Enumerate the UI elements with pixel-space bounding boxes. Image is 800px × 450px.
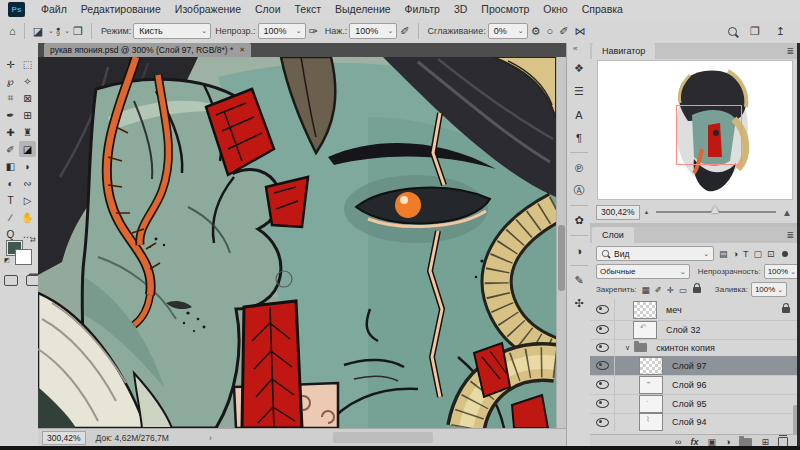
tool-line[interactable]: ∕ xyxy=(2,209,19,225)
lock-all-icon[interactable] xyxy=(693,287,701,293)
background-color-swatch[interactable] xyxy=(15,249,32,265)
visibility-cell[interactable] xyxy=(590,356,615,375)
eye-icon[interactable] xyxy=(596,343,609,352)
lock-transparency-icon[interactable]: ▦ xyxy=(642,285,650,295)
menu-filter[interactable]: Фильтр xyxy=(398,0,447,19)
navigator-preview[interactable] xyxy=(598,61,792,199)
layer-row-95[interactable]: · Слой 95 xyxy=(590,394,800,414)
expand-dock-icon[interactable]: « xyxy=(573,44,577,53)
clone-source-panel-icon[interactable]: ✣ xyxy=(567,292,591,315)
tool-path-selection[interactable]: ▷ xyxy=(19,192,36,208)
eye-icon[interactable] xyxy=(596,325,609,334)
close-tab-icon[interactable]: ✕ xyxy=(239,46,245,54)
visibility-cell[interactable] xyxy=(590,339,615,356)
visibility-cell[interactable] xyxy=(590,375,615,394)
brush-settings-panel-icon[interactable]: ✎ xyxy=(567,269,591,292)
status-chevron-icon[interactable]: › xyxy=(209,433,212,443)
default-colors-icon[interactable]: ◩ xyxy=(4,256,10,263)
tool-lasso[interactable]: ℘ xyxy=(2,73,19,89)
smoothing-options-gear-icon[interactable]: ⚙ xyxy=(528,25,544,38)
adjustments-panel-icon[interactable]: ◑ xyxy=(567,239,591,262)
navigator-tab[interactable]: Навигатор xyxy=(592,43,655,59)
menu-image[interactable]: Изображение xyxy=(168,0,248,19)
tool-move[interactable]: ✛ xyxy=(2,56,19,72)
blend-mode-select[interactable]: Обычные ⌄ xyxy=(596,264,690,279)
menu-type[interactable]: Текст xyxy=(288,0,328,19)
lock-position-icon[interactable]: ✛ xyxy=(667,285,674,295)
swap-colors-icon[interactable]: ⇄ xyxy=(30,236,36,244)
menu-file[interactable]: Файл xyxy=(34,0,74,19)
tool-eyedropper[interactable]: ✒ xyxy=(2,107,19,123)
tool-smudge[interactable]: ∾ xyxy=(19,175,36,191)
eye-icon[interactable] xyxy=(596,380,609,389)
layer-row-96[interactable]: ⌁ Слой 96 xyxy=(590,375,800,395)
layer-row-32[interactable]: ↶ Слой 32 xyxy=(590,320,800,340)
layer-opacity-select[interactable]: 100% ⌄ xyxy=(764,264,800,279)
tool-preset-icon[interactable]: ◪ xyxy=(30,25,46,38)
brush-panel-toggle-icon[interactable]: ❐ xyxy=(70,25,86,38)
symmetry-icon[interactable]: ⋈ xyxy=(571,25,588,38)
zoom-out-mountain-icon[interactable]: ▲ xyxy=(644,209,650,215)
fill-select[interactable]: 100% ⌄ xyxy=(751,282,787,297)
horizontal-scrollbar-thumb[interactable] xyxy=(333,432,433,443)
lock-pixels-icon[interactable]: ✐ xyxy=(655,285,662,295)
visibility-cell[interactable] xyxy=(590,320,615,339)
zoom-in-mountain-icon[interactable]: ▲ xyxy=(782,207,792,218)
character-panel-icon[interactable]: A xyxy=(567,103,591,126)
paragraph-styles-panel-icon[interactable]: ℗ xyxy=(567,156,591,179)
filter-pixel-icon[interactable]: ▤ xyxy=(719,249,728,259)
tool-patch[interactable]: ⊞ xyxy=(19,107,36,123)
airbrush-icon[interactable]: ✐ xyxy=(397,25,412,38)
layer-thumbnail[interactable] xyxy=(633,301,657,319)
layer-row-mech[interactable]: меч xyxy=(590,299,800,321)
properties-panel-icon[interactable]: ☰ xyxy=(567,80,591,103)
paragraph-panel-icon[interactable]: ¶ xyxy=(567,126,591,149)
layer-thumbnail[interactable]: ⌁ xyxy=(639,376,663,394)
tool-quick-selection[interactable]: ✧ xyxy=(19,73,36,89)
search-icon[interactable] xyxy=(728,27,737,36)
brush-preview[interactable]: ● 9 xyxy=(54,26,62,36)
layer-row-97-selected[interactable]: Слой 97 xyxy=(590,356,800,376)
group-expand-chevron-icon[interactable]: ∨ xyxy=(625,344,630,352)
home-icon[interactable]: ⌂ xyxy=(6,25,19,37)
pressure-size-icon[interactable]: ✐ xyxy=(556,25,571,38)
share-icon[interactable]: ↥ xyxy=(773,25,788,38)
document-tab[interactable]: рукав япония.psd @ 300% (Слой 97, RGB/8*… xyxy=(44,43,251,57)
visibility-cell[interactable] xyxy=(590,413,615,431)
filter-smart-object-icon[interactable]: ⊡ xyxy=(767,249,775,259)
tool-brush[interactable]: ✐ xyxy=(2,141,19,157)
layer-thumbnail[interactable]: ⌇ xyxy=(639,413,663,431)
eye-icon[interactable] xyxy=(596,418,609,427)
tool-gradient[interactable]: ◧ xyxy=(2,158,19,174)
brush-angle-icon[interactable]: ○ xyxy=(544,25,557,37)
menu-edit[interactable]: Редактирование xyxy=(74,0,168,19)
tool-type[interactable]: T xyxy=(2,192,19,208)
tool-dodge[interactable]: ◐ xyxy=(2,175,19,191)
eye-icon[interactable] xyxy=(596,361,609,370)
navigator-slider-thumb[interactable] xyxy=(711,206,719,213)
tool-hand[interactable]: ✋ xyxy=(19,209,36,225)
canvas-viewport[interactable] xyxy=(38,57,556,428)
group-row-skintone-copy[interactable]: ∨ скинтон копия xyxy=(590,339,800,357)
layer-thumbnail[interactable]: ↶ xyxy=(633,321,657,339)
pressure-opacity-icon[interactable]: ✑ xyxy=(306,25,321,38)
quick-mask-button[interactable] xyxy=(4,275,18,286)
tool-blur[interactable]: ◗ xyxy=(19,158,36,174)
tool-clone-stamp[interactable]: ♜ xyxy=(19,124,36,140)
menu-help[interactable]: Справка xyxy=(575,0,630,19)
filter-shape-icon[interactable]: ▢ xyxy=(753,249,762,259)
menu-select[interactable]: Выделение xyxy=(328,0,398,19)
vertical-scrollbar-thumb[interactable] xyxy=(558,225,565,291)
layers-tab[interactable]: Слои xyxy=(592,227,634,243)
visibility-cell[interactable] xyxy=(590,299,615,320)
filter-type-icon[interactable]: T xyxy=(743,249,749,259)
navigator-zoom-field[interactable]: 300,42% xyxy=(596,205,640,220)
eye-icon[interactable] xyxy=(596,399,609,408)
menu-view[interactable]: Просмотр xyxy=(474,0,536,19)
character-styles-panel-icon[interactable]: Ⓐ xyxy=(567,179,591,202)
navigator-zoom-slider[interactable] xyxy=(656,211,777,213)
status-zoom-field[interactable]: 300,42% xyxy=(42,431,86,445)
visibility-cell[interactable] xyxy=(590,394,615,413)
filter-adjustment-icon[interactable]: ◑ xyxy=(733,249,738,259)
navigator-proxy-rectangle[interactable] xyxy=(676,105,742,165)
